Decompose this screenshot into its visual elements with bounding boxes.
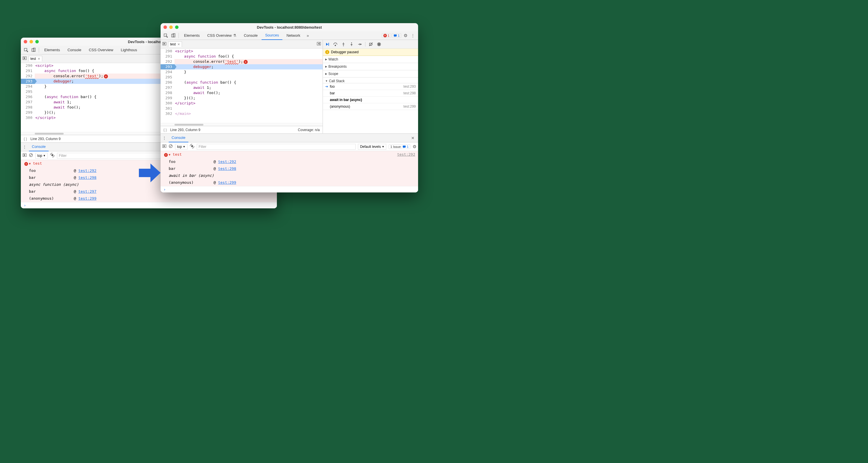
- line-number[interactable]: 299: [21, 110, 35, 115]
- line-number[interactable]: 297: [21, 99, 35, 105]
- file-tab-test[interactable]: test ✕: [168, 41, 182, 47]
- line-number[interactable]: 299: [161, 95, 175, 101]
- line-number[interactable]: 302: [161, 111, 175, 116]
- line-number[interactable]: 291: [21, 68, 35, 73]
- error-count-badge[interactable]: ✕ 1: [382, 33, 391, 38]
- resume-icon[interactable]: [324, 42, 330, 47]
- tab-lighthouse[interactable]: Lighthous: [117, 46, 140, 54]
- source-link[interactable]: test:292: [397, 152, 415, 158]
- levels-select[interactable]: Default levels ▼: [358, 144, 386, 150]
- show-sidebar-icon[interactable]: [23, 153, 27, 158]
- watch-section[interactable]: ▶Watch: [323, 56, 418, 63]
- tab-css-overview[interactable]: CSS Overview: [85, 46, 117, 54]
- settings-icon[interactable]: ⚙: [402, 32, 409, 39]
- pretty-print-icon[interactable]: { }: [163, 128, 167, 132]
- code-line[interactable]: 292 console.error('test');✕: [161, 59, 322, 64]
- step-over-icon[interactable]: [333, 42, 338, 47]
- line-number[interactable]: 293: [21, 79, 35, 84]
- callstack-frame[interactable]: bartest:298: [323, 90, 418, 97]
- drawer-tab-console[interactable]: Console: [169, 134, 188, 143]
- line-number[interactable]: 296: [21, 94, 35, 99]
- callstack-frame[interactable]: ➔footest:293: [323, 83, 418, 90]
- step-out-icon[interactable]: [349, 42, 354, 47]
- step-icon[interactable]: [357, 42, 362, 47]
- device-toggle-icon[interactable]: [30, 47, 37, 54]
- tab-sources[interactable]: Sources: [261, 31, 282, 40]
- close-drawer-icon[interactable]: ✕: [409, 136, 416, 140]
- console-prompt[interactable]: ›: [21, 202, 277, 208]
- line-number[interactable]: 294: [161, 69, 175, 75]
- minimize-icon[interactable]: [30, 40, 33, 43]
- live-expression-icon[interactable]: [50, 153, 55, 158]
- source-link[interactable]: test:299: [79, 196, 97, 200]
- inspect-icon[interactable]: [162, 32, 169, 39]
- line-number[interactable]: 298: [21, 105, 35, 110]
- console-filter-input[interactable]: Filter: [197, 144, 356, 150]
- device-toggle-icon[interactable]: [170, 32, 177, 39]
- tab-elements[interactable]: Elements: [181, 31, 203, 40]
- drawer-tab-console[interactable]: Console: [29, 143, 49, 151]
- source-link[interactable]: test:292: [79, 168, 97, 173]
- file-tab-test[interactable]: test ✕: [28, 56, 42, 61]
- line-number[interactable]: 301: [161, 106, 175, 111]
- zoom-icon[interactable]: [175, 26, 179, 29]
- pretty-print-icon[interactable]: { }: [24, 137, 27, 141]
- code-line[interactable]: 299 })();: [161, 95, 322, 101]
- more-tabs-icon[interactable]: »: [304, 32, 311, 39]
- context-select[interactable]: top ▼: [175, 144, 187, 150]
- tab-network[interactable]: Network: [283, 31, 304, 40]
- show-debugger-icon[interactable]: [317, 42, 321, 47]
- line-number[interactable]: 297: [161, 85, 175, 90]
- callstack-frame[interactable]: (anonymous)test:299: [323, 103, 418, 110]
- console-error-head[interactable]: ✕▼ testtest:292: [161, 151, 418, 158]
- tab-css-overview[interactable]: CSS Overview ⚗: [204, 31, 240, 40]
- close-icon[interactable]: [163, 26, 167, 29]
- line-number[interactable]: 292: [21, 73, 35, 79]
- line-number[interactable]: 293: [161, 64, 175, 69]
- code-line[interactable]: 294 }: [161, 69, 322, 75]
- drawer-menu-icon[interactable]: ⋮: [162, 136, 166, 140]
- tab-elements[interactable]: Elements: [41, 46, 63, 54]
- live-expression-icon[interactable]: [190, 144, 194, 149]
- pause-exceptions-icon[interactable]: [376, 42, 382, 47]
- clear-console-icon[interactable]: [169, 144, 173, 149]
- source-link[interactable]: test:299: [218, 180, 237, 185]
- line-number[interactable]: 300: [21, 115, 35, 120]
- issues-badge[interactable]: 1: [392, 33, 401, 38]
- inspect-icon[interactable]: [23, 47, 30, 54]
- line-number[interactable]: 292: [161, 59, 175, 64]
- close-tab-icon[interactable]: ✕: [38, 57, 40, 61]
- line-number[interactable]: 295: [21, 89, 35, 94]
- close-icon[interactable]: [24, 40, 27, 43]
- code-line[interactable]: 295: [161, 75, 322, 80]
- line-number[interactable]: 290: [161, 49, 175, 54]
- line-number[interactable]: 296: [161, 80, 175, 85]
- source-link[interactable]: test:297: [79, 189, 97, 194]
- line-number[interactable]: 295: [161, 75, 175, 80]
- tab-console[interactable]: Console: [241, 31, 261, 40]
- code-line[interactable]: 301: [161, 106, 322, 111]
- line-number[interactable]: 298: [161, 90, 175, 95]
- console-prompt[interactable]: ›: [161, 186, 418, 192]
- error-marker-icon[interactable]: ✕: [244, 60, 248, 64]
- code-editor[interactable]: 290<script>291 async function foo() {292…: [161, 49, 322, 123]
- code-line[interactable]: 302</main>: [161, 111, 322, 116]
- step-into-icon[interactable]: [341, 42, 346, 47]
- callstack-section[interactable]: ▼Call Stack: [323, 78, 418, 83]
- code-line[interactable]: 293 debugger;: [161, 64, 322, 69]
- console-settings-icon[interactable]: ⚙: [412, 144, 416, 149]
- horizontal-scrollbar[interactable]: [161, 123, 322, 126]
- show-navigator-icon[interactable]: [162, 42, 166, 47]
- console-output[interactable]: ✕▼ testtest:292foo@ test:292bar@ test:29…: [161, 151, 418, 186]
- code-line[interactable]: 290<script>: [161, 49, 322, 54]
- code-line[interactable]: 300</script>: [161, 101, 322, 106]
- source-link[interactable]: test:292: [218, 159, 237, 164]
- close-tab-icon[interactable]: ✕: [177, 42, 180, 46]
- breakpoints-section[interactable]: ▶Breakpoints: [323, 63, 418, 70]
- line-number[interactable]: 290: [21, 63, 35, 68]
- code-line[interactable]: 297 await 1;: [161, 85, 322, 90]
- code-line[interactable]: 296 (async function bar() {: [161, 80, 322, 85]
- line-number[interactable]: 294: [21, 84, 35, 89]
- line-number[interactable]: 291: [161, 54, 175, 59]
- scope-section[interactable]: ▶Scope: [323, 70, 418, 78]
